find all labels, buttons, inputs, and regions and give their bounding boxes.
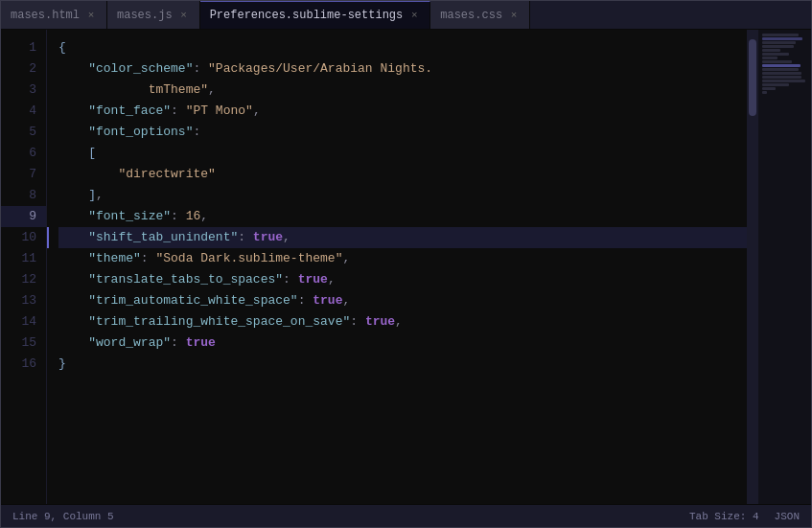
code-line-9: "shift_tab_unindent": true, [58,227,747,248]
token: "trim_automatic_white_space" [88,290,297,311]
token: "Soda Dark.sublime-theme" [155,248,342,269]
minimap-line [762,91,767,94]
tab-close-icon[interactable]: × [408,10,420,21]
minimap-line [762,34,799,36]
token [58,185,88,206]
scrollbar-thumb[interactable] [749,39,756,116]
token: true [298,269,328,290]
editor-area: 1 2 3 4 5 6 7 8 9 10 11 12 13 14 15 16 { [1,30,811,504]
line-num-14: 14 [1,311,46,333]
token: "trim_trailing_white_space_on_save" [88,311,350,333]
token [58,206,88,227]
editor-window: mases.html × mases.js × Preferences.subl… [0,0,812,528]
token: ] [88,185,96,206]
token: : [193,122,200,143]
code-line-14: "word_wrap": true [58,333,747,354]
minimap-line [762,60,792,63]
code-line-4: "font_options": [58,122,747,143]
token: : [171,206,186,227]
tab-preferences[interactable]: Preferences.sublime-settings × [200,1,431,29]
line-num-6: 6 [1,143,46,164]
minimap-line [762,87,776,90]
token [58,227,88,248]
status-left: Line 9, Column 5 [12,511,114,522]
token: , [200,206,208,227]
minimap-line [762,80,805,82]
token: tmTheme" [149,80,208,101]
code-line-13: "trim_trailing_white_space_on_save": tru… [58,311,747,333]
token: [ [88,143,96,164]
tab-label: mases.js [117,9,173,22]
line-num-11: 11 [1,248,46,269]
tab-label: mases.html [11,9,80,22]
minimap-line [762,83,789,86]
token: true [365,311,395,333]
token: 16 [186,206,201,227]
token: , [283,227,290,248]
token: : [171,101,186,122]
line-num-9: 9 [1,206,46,227]
token [58,58,88,80]
status-bar: Line 9, Column 5 Tab Size: 4 JSON [1,504,811,527]
token [58,311,88,333]
token [58,290,88,311]
syntax: JSON [775,511,800,522]
cursor-position: Line 9, Column 5 [12,511,114,522]
token: "color_scheme" [88,58,193,80]
code-line-1: { [58,37,747,58]
tab-close-icon[interactable]: × [85,10,97,21]
token [58,269,88,290]
token: "Packages/User/Arabian Nights. [208,58,432,80]
token: "theme" [88,248,141,269]
token: : [193,58,208,80]
line-num-13: 13 [1,290,46,311]
line-num-5: 5 [1,122,46,143]
token [58,375,66,396]
minimap[interactable] [758,30,811,504]
scrollbar[interactable] [747,30,758,504]
token [58,248,88,269]
tab-mases-html[interactable]: mases.html × [1,1,107,29]
minimap-line [762,64,800,67]
status-right: Tab Size: 4 JSON [689,511,800,522]
code-line-15: } [58,354,747,375]
token: "font_face" [88,101,171,122]
code-line-2: "color_scheme": "Packages/User/Arabian N… [58,58,747,80]
tab-mases-js[interactable]: mases.js × [107,1,200,29]
tab-close-icon[interactable]: × [508,10,520,21]
token: : [141,248,156,269]
token: "word_wrap" [88,333,171,354]
line-num-10: 10 [1,227,46,248]
token: , [328,269,336,290]
token: : [171,333,186,354]
token: "PT Mono" [186,101,253,122]
minimap-line [762,76,801,79]
token [58,164,118,185]
tab-mases-css[interactable]: mases.css × [430,1,530,29]
minimap-line [762,53,789,56]
line-numbers: 1 2 3 4 5 6 7 8 9 10 11 12 13 14 15 16 [1,30,47,504]
token: , [253,101,261,122]
line-num-15: 15 [1,333,46,354]
token: "shift_tab_unindent" [88,227,238,248]
code-line-11: "translate_tabs_to_spaces": true, [58,269,747,290]
token: "font_size" [88,206,171,227]
token: "directwrite" [118,164,215,185]
code-line-16 [58,375,747,396]
code-line-12: "trim_automatic_white_space": true, [58,290,747,311]
code-content[interactable]: { "color_scheme": "Packages/User/Arabian… [47,30,747,504]
token [58,101,88,122]
token: } [58,354,66,375]
token: "font_options" [88,122,193,143]
token: : [238,227,253,248]
tab-close-icon[interactable]: × [178,10,190,21]
line-num-1: 1 [1,37,46,58]
line-num-4: 4 [1,101,46,122]
minimap-line [762,37,802,40]
token: , [342,290,350,311]
line-num-12: 12 [1,269,46,290]
minimap-line [762,41,796,44]
line-num-3: 3 [1,80,46,101]
token [58,80,149,101]
code-line-8: "font_size": 16, [58,206,747,227]
